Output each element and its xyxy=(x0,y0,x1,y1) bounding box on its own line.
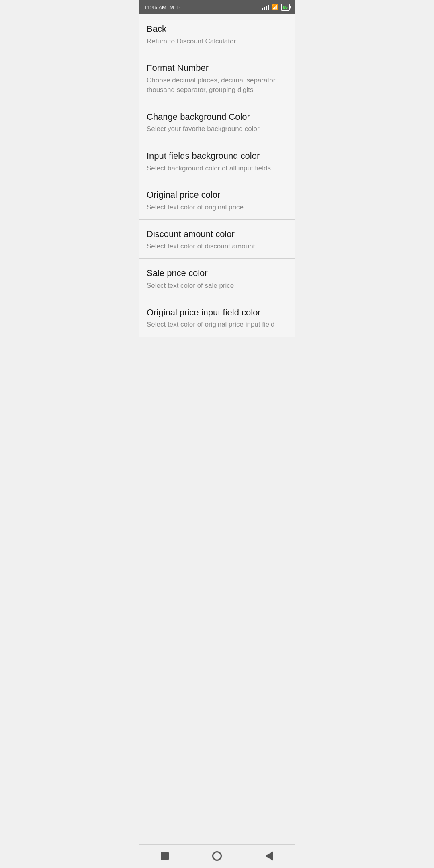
menu-item-title-original-price-input-field-color: Original price input field color xyxy=(147,307,287,319)
gmail-icon: M xyxy=(170,4,174,10)
menu-item-subtitle-discount-amount-color: Select text color of discount amount xyxy=(147,242,287,251)
menu-item-subtitle-original-price-color: Select text color of original price xyxy=(147,203,287,212)
menu-item-original-price-input-field-color[interactable]: Original price input field colorSelect t… xyxy=(139,298,295,337)
menu-item-subtitle-back: Return to Discount Calculator xyxy=(147,37,287,46)
status-left: 11:45 AM M P xyxy=(144,4,180,10)
battery-indicator: 85 xyxy=(281,4,290,11)
menu-item-original-price-color[interactable]: Original price colorSelect text color of… xyxy=(139,180,295,219)
wifi-icon: 📶 xyxy=(272,4,278,10)
menu-item-subtitle-format-number: Choose decimal places, decimal separator… xyxy=(147,76,287,95)
menu-item-title-discount-amount-color: Discount amount color xyxy=(147,229,287,240)
menu-item-discount-amount-color[interactable]: Discount amount colorSelect text color o… xyxy=(139,220,295,259)
menu-item-subtitle-input-fields-background-color: Select background color of all input fie… xyxy=(147,164,287,173)
menu-item-sale-price-color[interactable]: Sale price colorSelect text color of sal… xyxy=(139,259,295,298)
status-bar: 11:45 AM M P 📶 85 xyxy=(139,0,295,14)
menu-item-title-format-number: Format Number xyxy=(147,62,287,74)
signal-icon xyxy=(262,4,269,10)
menu-item-title-input-fields-background-color: Input fields background color xyxy=(147,150,287,162)
status-icons: 📶 85 xyxy=(262,4,290,11)
time: 11:45 AM xyxy=(144,4,166,10)
menu-item-title-original-price-color: Original price color xyxy=(147,189,287,201)
menu-item-subtitle-sale-price-color: Select text color of sale price xyxy=(147,281,287,291)
menu-item-title-change-background-color: Change background Color xyxy=(147,111,287,123)
menu-item-input-fields-background-color[interactable]: Input fields background colorSelect back… xyxy=(139,141,295,180)
battery-level: 85 xyxy=(283,5,288,10)
menu-item-title-sale-price-color: Sale price color xyxy=(147,268,287,279)
menu-item-change-background-color[interactable]: Change background ColorSelect your favor… xyxy=(139,102,295,141)
menu-list: BackReturn to Discount CalculatorFormat … xyxy=(139,14,295,337)
menu-item-back[interactable]: BackReturn to Discount Calculator xyxy=(139,14,295,53)
content-area: BackReturn to Discount CalculatorFormat … xyxy=(139,14,295,361)
menu-item-subtitle-change-background-color: Select your favorite background color xyxy=(147,124,287,134)
menu-item-format-number[interactable]: Format NumberChoose decimal places, deci… xyxy=(139,53,295,102)
menu-item-subtitle-original-price-input-field-color: Select text color of original price inpu… xyxy=(147,320,287,330)
p-icon: P xyxy=(177,4,181,10)
menu-item-title-back: Back xyxy=(147,23,287,35)
